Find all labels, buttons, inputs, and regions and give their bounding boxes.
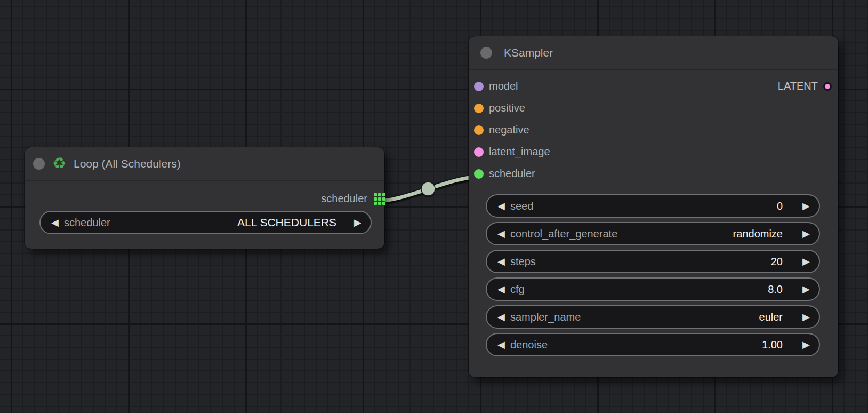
input-row-latent-image: latent_image: [469, 141, 838, 163]
widget-value: euler: [759, 311, 783, 323]
widget-sampler-name[interactable]: ◀ sampler_name euler ▶: [486, 305, 820, 329]
node-ksampler[interactable]: KSampler model positive negative lat: [469, 36, 838, 377]
node-title: KSampler: [504, 46, 553, 59]
recycle-icon: ♻: [52, 156, 66, 171]
widget-steps[interactable]: ◀ steps 20 ▶: [486, 250, 820, 273]
output-row-latent: LATENT: [778, 75, 832, 97]
increment-arrow-icon[interactable]: ▶: [800, 201, 813, 211]
increment-arrow-icon[interactable]: ▶: [800, 284, 813, 294]
increment-arrow-icon[interactable]: ▶: [800, 229, 813, 239]
widget-value: 8.0: [768, 283, 783, 296]
widget-label: control_after_generate: [510, 228, 617, 240]
input-slot-label: model: [489, 80, 518, 92]
node-loop-all-schedulers[interactable]: ♻ Loop (All Schedulers) scheduler ◀ sche…: [25, 147, 384, 249]
input-slot-label: scheduler: [489, 168, 535, 180]
decrement-arrow-icon[interactable]: ◀: [495, 284, 508, 294]
collapse-toggle[interactable]: [33, 158, 45, 170]
node-title: Loop (All Schedulers): [74, 157, 181, 170]
output-slot-latent[interactable]: [823, 82, 832, 91]
node-header[interactable]: ♻ Loop (All Schedulers): [25, 147, 384, 181]
input-slot-positive[interactable]: [474, 104, 484, 113]
widget-denoise[interactable]: ◀ denoise 1.00 ▶: [486, 333, 820, 356]
node-header[interactable]: KSampler: [469, 36, 838, 70]
input-slot-latent-image[interactable]: [474, 147, 484, 157]
input-slot-model[interactable]: [474, 82, 484, 91]
widget-value: randomize: [733, 228, 783, 240]
widget-label: steps: [510, 256, 536, 268]
link-midpoint-dot[interactable]: [421, 182, 435, 196]
input-slot-label: positive: [489, 102, 525, 114]
input-row-scheduler: scheduler: [469, 163, 838, 185]
output-slot-label: scheduler: [321, 193, 367, 205]
widget-label: denoise: [510, 339, 548, 351]
increment-arrow-icon[interactable]: ▶: [800, 257, 813, 266]
output-slot-grid-icon[interactable]: [374, 193, 385, 205]
input-slot-label: negative: [489, 124, 529, 136]
widget-value: 20: [771, 256, 783, 268]
increment-arrow-icon[interactable]: ▶: [800, 312, 813, 322]
widget-value: 0: [777, 200, 783, 212]
input-slot-negative[interactable]: [474, 125, 484, 135]
input-row-negative: negative: [469, 119, 838, 141]
widget-scheduler[interactable]: ◀ scheduler ALL SCHEDULERS ▶: [39, 211, 372, 234]
increment-arrow-icon[interactable]: ▶: [351, 218, 364, 227]
widget-seed[interactable]: ◀ seed 0 ▶: [486, 194, 820, 218]
node-body: scheduler ◀ scheduler ALL SCHEDULERS ▶: [25, 188, 384, 234]
widget-list: ◀ seed 0 ▶ ◀ control_after_generate rand…: [486, 194, 820, 356]
widget-value: 1.00: [762, 339, 783, 351]
collapse-toggle[interactable]: [480, 47, 492, 59]
decrement-arrow-icon[interactable]: ◀: [495, 257, 508, 266]
widget-label: sampler_name: [510, 311, 581, 323]
input-slot-label: latent_image: [489, 146, 550, 158]
decrement-arrow-icon[interactable]: ◀: [49, 218, 61, 227]
widget-cfg[interactable]: ◀ cfg 8.0 ▶: [486, 277, 820, 301]
widget-value: ALL SCHEDULERS: [237, 216, 336, 229]
widget-label: cfg: [510, 283, 525, 296]
output-slot-label: LATENT: [778, 80, 818, 92]
decrement-arrow-icon[interactable]: ◀: [495, 312, 508, 322]
decrement-arrow-icon[interactable]: ◀: [495, 340, 508, 350]
widget-label: scheduler: [64, 217, 110, 229]
increment-arrow-icon[interactable]: ▶: [800, 340, 813, 350]
output-row-scheduler: scheduler: [25, 188, 385, 210]
decrement-arrow-icon[interactable]: ◀: [495, 201, 508, 211]
widget-label: seed: [510, 200, 533, 212]
widget-control-after-generate[interactable]: ◀ control_after_generate randomize ▶: [486, 222, 820, 245]
input-slot-scheduler[interactable]: [474, 169, 484, 179]
node-graph-canvas[interactable]: ♻ Loop (All Schedulers) scheduler ◀ sche…: [0, 0, 868, 413]
input-row-positive: positive: [469, 97, 838, 119]
node-body: model positive negative latent_image sch…: [469, 70, 838, 356]
decrement-arrow-icon[interactable]: ◀: [495, 229, 508, 239]
